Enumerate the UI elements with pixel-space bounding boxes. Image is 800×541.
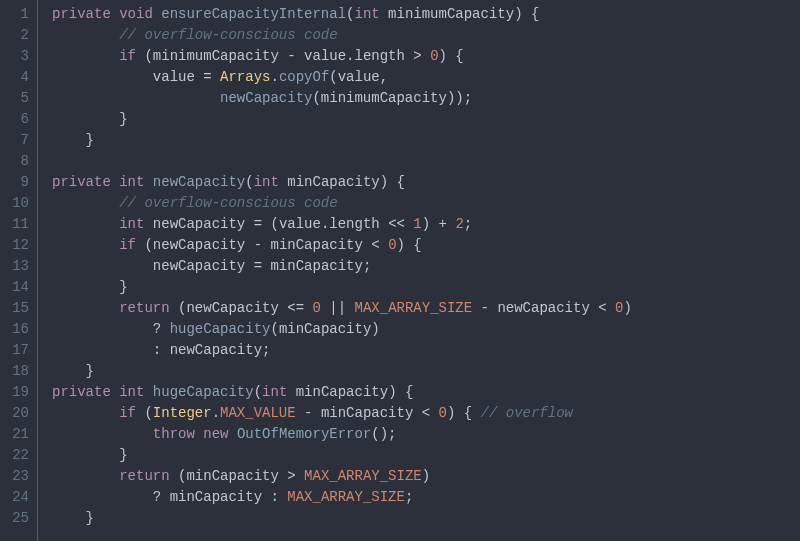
line-number: 25	[8, 508, 29, 529]
token-p: ;	[464, 216, 472, 232]
token-p	[422, 48, 430, 64]
token-p: (	[170, 468, 187, 484]
line-number: 15	[8, 298, 29, 319]
line-number: 13	[8, 256, 29, 277]
token-p: (	[254, 384, 262, 400]
code-line[interactable]: if (minimumCapacity - value.length > 0) …	[52, 46, 632, 67]
token-op: -	[287, 48, 295, 64]
token-fn: OutOfMemoryError	[237, 426, 371, 442]
code-area[interactable]: private void ensureCapacityInternal(int …	[38, 0, 632, 541]
token-p	[161, 321, 169, 337]
token-id: value	[338, 69, 380, 85]
token-p	[287, 384, 295, 400]
token-id: minCapacity	[287, 174, 379, 190]
code-editor[interactable]: 1234567891011121314151617181920212223242…	[0, 0, 800, 541]
token-id: minCapacity	[170, 489, 262, 505]
token-p	[296, 48, 304, 64]
token-p: (	[136, 48, 153, 64]
code-line[interactable]: throw new OutOfMemoryError();	[52, 424, 632, 445]
code-line[interactable]: if (newCapacity - minCapacity < 0) {	[52, 235, 632, 256]
code-line[interactable]: private int newCapacity(int minCapacity)…	[52, 172, 632, 193]
code-line[interactable]: }	[52, 277, 632, 298]
token-fn: ensureCapacityInternal	[161, 6, 346, 22]
token-k: if	[119, 237, 136, 253]
token-p: (	[329, 69, 337, 85]
code-line[interactable]	[52, 151, 632, 172]
token-p	[52, 195, 119, 211]
token-p	[52, 489, 153, 505]
token-p: }	[52, 132, 94, 148]
token-op: +	[439, 216, 447, 232]
code-line[interactable]: }	[52, 445, 632, 466]
token-id: newCapacity	[497, 300, 589, 316]
token-id: newCapacity	[153, 237, 245, 253]
token-p	[161, 342, 169, 358]
token-con: MAX_ARRAY_SIZE	[355, 300, 473, 316]
token-p	[144, 174, 152, 190]
code-line[interactable]: // overflow-conscious code	[52, 25, 632, 46]
token-id: minCapacity	[270, 237, 362, 253]
code-line[interactable]: return (newCapacity <= 0 || MAX_ARRAY_SI…	[52, 298, 632, 319]
token-id: value	[279, 216, 321, 232]
code-line[interactable]: : newCapacity;	[52, 340, 632, 361]
token-k: private	[52, 384, 111, 400]
code-line[interactable]: }	[52, 508, 632, 529]
token-p: .	[212, 405, 220, 421]
line-number: 17	[8, 340, 29, 361]
code-line[interactable]: }	[52, 130, 632, 151]
code-line[interactable]: private int hugeCapacity(int minCapacity…	[52, 382, 632, 403]
code-line[interactable]: if (Integer.MAX_VALUE - minCapacity < 0)…	[52, 403, 632, 424]
token-op: <	[598, 300, 606, 316]
token-p: }	[52, 363, 94, 379]
token-p	[296, 468, 304, 484]
token-id: length	[329, 216, 379, 232]
token-p: (	[170, 300, 187, 316]
token-p	[111, 384, 119, 400]
token-num: 0	[430, 48, 438, 64]
code-line[interactable]: ? hugeCapacity(minCapacity)	[52, 319, 632, 340]
token-p	[380, 216, 388, 232]
token-p: )	[371, 321, 379, 337]
token-p: (	[270, 321, 278, 337]
code-line[interactable]: private void ensureCapacityInternal(int …	[52, 4, 632, 25]
token-p	[380, 237, 388, 253]
code-line[interactable]: newCapacity = minCapacity;	[52, 256, 632, 277]
code-line[interactable]: // overflow-conscious code	[52, 193, 632, 214]
token-t: void	[119, 6, 153, 22]
token-p: (	[245, 174, 253, 190]
token-fn: copyOf	[279, 69, 329, 85]
code-line[interactable]: }	[52, 109, 632, 130]
code-line[interactable]: int newCapacity = (value.length << 1) + …	[52, 214, 632, 235]
token-id: minCapacity	[321, 405, 413, 421]
token-p: ();	[371, 426, 396, 442]
token-op: =	[203, 69, 211, 85]
token-t: int	[354, 6, 379, 22]
code-line[interactable]: return (minCapacity > MAX_ARRAY_SIZE)	[52, 466, 632, 487]
token-p	[161, 489, 169, 505]
token-num: 2	[455, 216, 463, 232]
line-number: 6	[8, 109, 29, 130]
code-line[interactable]: newCapacity(minimumCapacity));	[52, 88, 632, 109]
token-num: 1	[413, 216, 421, 232]
token-p	[52, 27, 119, 43]
line-number: 20	[8, 403, 29, 424]
token-op: ?	[153, 489, 161, 505]
token-p	[52, 90, 220, 106]
token-p	[52, 300, 119, 316]
line-number: 7	[8, 130, 29, 151]
code-line[interactable]: ? minCapacity : MAX_ARRAY_SIZE;	[52, 487, 632, 508]
code-line[interactable]: value = Arrays.copyOf(value,	[52, 67, 632, 88]
token-id: newCapacity	[186, 300, 278, 316]
token-p: ) {	[514, 6, 539, 22]
token-op: :	[153, 342, 161, 358]
token-id: minCapacity	[270, 258, 362, 274]
token-p: ) {	[439, 48, 464, 64]
token-fn: hugeCapacity	[170, 321, 271, 337]
line-number: 10	[8, 193, 29, 214]
token-p	[52, 216, 119, 232]
token-k: if	[119, 48, 136, 64]
token-id: minimumCapacity	[388, 6, 514, 22]
code-line[interactable]: }	[52, 361, 632, 382]
token-cm: // overflow	[481, 405, 573, 421]
line-number: 9	[8, 172, 29, 193]
